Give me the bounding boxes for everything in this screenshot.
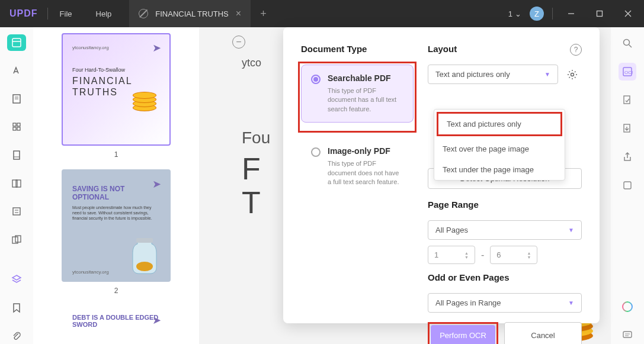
caret-down-icon: ▼ (568, 300, 574, 306)
layers-tool-icon[interactable] (7, 271, 26, 288)
arrow-icon: ➤ (152, 314, 161, 327)
layout-option-text-under[interactable]: Text under the page image (434, 159, 565, 180)
layout-option-text-over[interactable]: Text over the page image (434, 139, 565, 159)
caret-down-icon: ▼ (568, 227, 574, 233)
app-logo: UPDF (0, 8, 47, 19)
page-number: 2 (62, 287, 171, 295)
range-from-input[interactable]: 1 ▲▼ (428, 246, 475, 264)
left-toolbar (0, 27, 33, 344)
comments-icon[interactable] (619, 326, 636, 344)
ocr-dialog: Document Type Searchable PDF This type o… (283, 27, 600, 323)
coins-icon (133, 111, 159, 137)
doctype-description: This type of PDF document has a full tex… (328, 86, 403, 114)
odd-even-select[interactable]: All Pages in Range ▼ (428, 293, 582, 313)
bookmarks-tool-icon[interactable] (7, 119, 26, 136)
share-icon[interactable] (619, 148, 636, 166)
tab-doc-icon (139, 9, 148, 18)
titlebar: UPDF File Help FINANCIAL TRUTHS × + 1 ⌄ … (0, 0, 644, 27)
layout-settings-icon[interactable] (563, 65, 582, 84)
cancel-button[interactable]: Cancel (504, 322, 582, 344)
svg-rect-36 (623, 332, 632, 337)
divider (552, 8, 553, 20)
menu-file[interactable]: File (48, 1, 84, 27)
arrow-icon: ➤ (152, 41, 161, 54)
svg-line-29 (629, 45, 632, 48)
thumbnail-panel[interactable]: ytconusltancy.org ➤ Four Hard-To-Swallow… (33, 27, 199, 344)
page-thumbnail-1[interactable]: ytconusltancy.org ➤ Four Hard-To-Swallow… (62, 33, 171, 146)
add-tab-button[interactable]: + (251, 8, 276, 20)
svg-text:OCR: OCR (624, 70, 633, 75)
highlight-tool-icon[interactable] (7, 63, 26, 79)
tab-title: FINANCIAL TRUTHS (155, 9, 229, 18)
document-tab[interactable]: FINANCIAL TRUTHS × (129, 0, 251, 27)
doctype-label: Image-only PDF (328, 146, 403, 156)
spinner-icon[interactable]: ▲▼ (464, 251, 469, 259)
thumb-subtitle: Four Hard-To-Swallow (72, 67, 160, 73)
doctype-label: Searchable PDF (328, 73, 403, 83)
view-tool-icon[interactable] (7, 175, 26, 192)
thumb-url: ytconusltancy.org (72, 269, 109, 275)
range-dash: - (481, 250, 484, 261)
notes-tool-icon[interactable] (7, 91, 26, 107)
attachment-tool-icon[interactable] (7, 327, 26, 344)
search-icon[interactable] (619, 34, 636, 52)
svg-rect-17 (13, 208, 20, 215)
thumb-text: Most people underestimate how much they … (72, 205, 160, 221)
svg-rect-1 (597, 11, 603, 17)
thumb-title: SAVING IS NOT OPTIONAL (72, 185, 160, 201)
svg-rect-13 (14, 151, 20, 159)
page-range-header: Page Range (428, 200, 582, 210)
page-number: 1 (62, 150, 171, 159)
svg-rect-4 (12, 38, 21, 47)
page-thumbnail-2[interactable]: ➤ SAVING IS NOT OPTIONAL Most people und… (62, 169, 171, 282)
spinner-icon[interactable]: ▲▼ (527, 251, 531, 259)
document-type-header: Document Type (301, 44, 414, 54)
tab-count[interactable]: 1 ⌄ (508, 9, 521, 18)
doctype-description: This type of PDF document does not have … (328, 159, 403, 187)
pages-tool-icon[interactable] (7, 147, 26, 163)
chevron-down-icon: ⌄ (515, 9, 521, 18)
svg-rect-10 (17, 123, 20, 126)
layout-option-text-pictures[interactable]: Text and pictures only (438, 114, 560, 134)
thumb-url: ytconusltancy.org (72, 45, 160, 50)
tab-close-icon[interactable]: × (236, 8, 241, 19)
svg-rect-15 (12, 180, 17, 187)
menu-help[interactable]: Help (84, 1, 124, 27)
svg-rect-11 (13, 127, 16, 130)
toc-tool-icon[interactable] (7, 203, 26, 220)
svg-rect-9 (13, 123, 16, 126)
svg-rect-16 (16, 180, 21, 187)
svg-point-28 (624, 40, 630, 46)
page-thumbnail-3[interactable]: ➤ DEBT IS A DOUBLE EDGED SWORD (62, 306, 171, 335)
convert-icon[interactable] (619, 120, 636, 137)
cloud-icon[interactable] (619, 176, 636, 194)
svg-rect-12 (17, 127, 20, 130)
right-toolbar: OCR (611, 27, 644, 344)
arrow-icon: ➤ (152, 178, 161, 191)
perform-ocr-button[interactable]: Perform OCR (431, 325, 495, 344)
radio-unchecked-icon (311, 147, 321, 157)
ai-assistant-icon[interactable] (619, 298, 636, 316)
thumbnails-tool-icon[interactable] (7, 34, 26, 51)
collapse-panel-icon[interactable]: − (232, 36, 245, 49)
window-minimize-icon[interactable] (561, 5, 581, 22)
svg-rect-22 (136, 238, 153, 243)
odd-even-header: Odd or Even Pages (428, 272, 582, 282)
window-close-icon[interactable] (618, 5, 638, 22)
bookmark-tool-icon[interactable] (7, 300, 26, 316)
compare-tool-icon[interactable] (7, 232, 26, 248)
page-range-select[interactable]: All Pages ▼ (428, 220, 582, 240)
ocr-icon[interactable]: OCR (619, 63, 636, 81)
window-maximize-icon[interactable] (589, 5, 610, 22)
reduce-file-icon[interactable] (619, 91, 636, 109)
svg-point-39 (571, 73, 574, 76)
jar-icon (128, 236, 161, 275)
layout-select[interactable]: Text and pictures only ▼ (428, 65, 558, 84)
doctype-searchable-option[interactable]: Searchable PDF This type of PDF document… (301, 65, 414, 123)
help-icon[interactable]: ? (570, 44, 582, 56)
layout-header: Layout (428, 44, 582, 54)
doctype-imageonly-option[interactable]: Image-only PDF This type of PDF document… (301, 137, 414, 195)
user-avatar[interactable]: Z (530, 7, 544, 21)
layout-dropdown-menu: Text and pictures only Text over the pag… (434, 109, 565, 181)
range-to-input[interactable]: 6 ▲▼ (490, 246, 537, 264)
